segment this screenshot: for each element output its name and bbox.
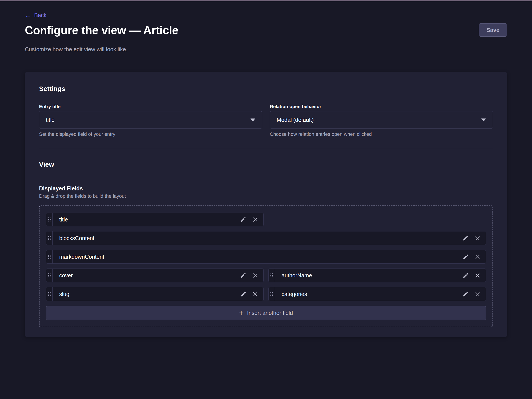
settings-heading: Settings [39, 85, 493, 93]
relation-behavior-hint: Choose how relation entries open when cl… [270, 131, 493, 137]
save-button[interactable]: Save [479, 23, 507, 37]
pencil-icon[interactable] [462, 235, 469, 241]
insert-field-label: Insert another field [247, 310, 293, 316]
entry-title-label: Entry title [39, 104, 262, 109]
chevron-down-icon [481, 119, 486, 121]
field-row-actions [462, 231, 486, 245]
relation-behavior-label: Relation open behavior [270, 104, 493, 109]
close-icon[interactable] [253, 291, 258, 297]
section-divider [39, 148, 493, 148]
field-row-actions [240, 269, 263, 282]
plus-icon: + [239, 309, 244, 317]
field-row-actions [240, 287, 263, 301]
fields-grid: titleblocksContentmarkdownContentcoverau… [46, 213, 486, 301]
insert-field-button[interactable]: + Insert another field [46, 306, 486, 320]
field-row-actions [462, 269, 486, 282]
close-icon[interactable] [475, 254, 480, 260]
drag-handle-icon[interactable] [269, 269, 275, 282]
chevron-down-icon [250, 119, 255, 121]
close-icon[interactable] [475, 291, 480, 297]
field-row-actions [240, 213, 263, 226]
displayed-fields-hint: Drag & drop the fields to build the layo… [39, 193, 493, 199]
drag-handle-icon[interactable] [46, 231, 53, 245]
fields-drop-zone: titleblocksContentmarkdownContentcoverau… [39, 205, 493, 327]
pencil-icon[interactable] [240, 217, 246, 222]
page-subtitle: Customize how the edit view will look li… [25, 46, 507, 53]
field-row-label: authorName [275, 272, 312, 279]
settings-grid: Entry title title Set the displayed fiel… [39, 104, 493, 137]
close-icon[interactable] [475, 235, 480, 241]
drag-handle-icon[interactable] [46, 287, 53, 301]
pencil-icon[interactable] [462, 272, 469, 279]
field-row-label: blocksContent [53, 235, 94, 241]
page-title: Configure the view — Article [25, 23, 178, 37]
field-row[interactable]: blocksContent [46, 231, 486, 245]
pencil-icon[interactable] [240, 272, 246, 279]
field-row[interactable]: categories [268, 287, 486, 301]
relation-behavior-select[interactable]: Modal (default) [270, 111, 493, 128]
field-row-actions [462, 287, 486, 301]
field-row-label: categories [275, 291, 307, 297]
back-arrow-icon: ← [25, 12, 31, 19]
pencil-icon[interactable] [462, 254, 469, 260]
field-row-label: title [53, 216, 68, 223]
field-row[interactable]: markdownContent [46, 250, 486, 264]
field-row-label: markdownContent [53, 254, 104, 260]
field-row[interactable]: authorName [268, 268, 486, 282]
pencil-icon[interactable] [462, 291, 469, 297]
entry-title-value: title [46, 117, 55, 123]
close-icon[interactable] [253, 217, 258, 222]
close-icon[interactable] [253, 273, 258, 278]
field-row[interactable]: title [46, 213, 264, 226]
configure-view-page: ← Back Configure the view — Article Save… [25, 1, 507, 337]
entry-title-select[interactable]: title [39, 111, 262, 128]
relation-behavior-value: Modal (default) [277, 117, 314, 123]
drag-handle-icon[interactable] [269, 287, 275, 301]
pencil-icon[interactable] [240, 291, 246, 297]
page-header: Configure the view — Article Save [25, 23, 507, 37]
field-row-label: cover [53, 272, 73, 279]
drag-handle-icon[interactable] [46, 250, 53, 263]
field-row-actions [462, 250, 486, 263]
displayed-fields-label: Displayed Fields [39, 185, 493, 192]
relation-behavior-field: Relation open behavior Modal (default) C… [270, 104, 493, 137]
field-row-label: slug [53, 291, 70, 297]
close-icon[interactable] [475, 273, 480, 278]
field-row[interactable]: cover [46, 268, 264, 282]
drag-handle-icon[interactable] [46, 213, 53, 226]
drag-handle-icon[interactable] [46, 269, 53, 282]
entry-title-field: Entry title title Set the displayed fiel… [39, 104, 262, 137]
back-link[interactable]: ← Back [25, 12, 47, 19]
entry-title-hint: Set the displayed field of your entry [39, 131, 262, 137]
configure-panel: Settings Entry title title Set the displ… [25, 72, 507, 337]
back-link-label: Back [34, 12, 47, 19]
view-heading: View [39, 160, 493, 169]
field-row[interactable]: slug [46, 287, 264, 301]
